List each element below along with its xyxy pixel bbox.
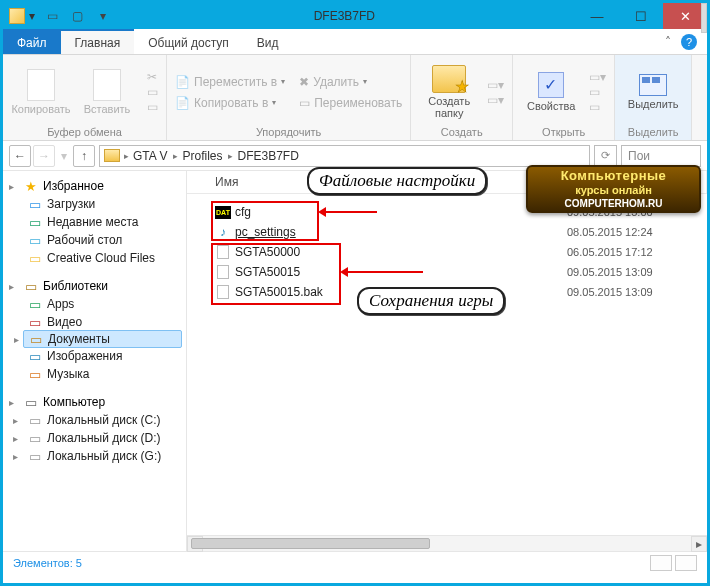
tab-file[interactable]: Файл bbox=[3, 29, 61, 54]
scroll-right-button[interactable]: ▸ bbox=[691, 536, 707, 552]
file-icon bbox=[215, 284, 231, 300]
newitem-icon[interactable]: ▭▾ bbox=[487, 78, 504, 92]
horizontal-scrollbar[interactable]: ◂ ▸ bbox=[187, 535, 707, 551]
select-icon bbox=[639, 74, 667, 96]
paste-label: Вставить bbox=[84, 103, 131, 115]
qat-chevron-icon[interactable]: ▾ bbox=[29, 9, 35, 23]
tree-item-drive-c[interactable]: ▸▭Локальный диск (C:) bbox=[3, 411, 186, 429]
window-title: DFE3B7FD bbox=[114, 9, 575, 23]
ribbon-group-clipboard: Копировать Вставить ✂ ▭ ▭ Буфер обмена bbox=[3, 55, 167, 140]
select-button[interactable]: Выделить bbox=[623, 74, 683, 110]
file-list[interactable]: Имя Дата изменения DATcfg 09.05.2015 13:… bbox=[187, 171, 707, 551]
minimize-button[interactable]: — bbox=[575, 3, 619, 29]
delete-button[interactable]: ✖Удалить▾ bbox=[299, 72, 402, 92]
back-button[interactable]: ← bbox=[9, 145, 31, 167]
properties-button[interactable]: Свойства bbox=[521, 72, 581, 112]
moveto-label: Переместить в bbox=[194, 75, 277, 89]
file-row[interactable]: SGTA50000 06.05.2015 17:12 bbox=[187, 242, 707, 262]
ribbon-group-select: Выделить Выделить bbox=[615, 55, 692, 140]
file-name: SGTA50000 bbox=[235, 245, 300, 259]
maximize-button[interactable]: ☐ bbox=[619, 3, 663, 29]
copy-icon bbox=[27, 69, 55, 101]
tree-section-computer[interactable]: ▸▭Компьютер bbox=[3, 393, 186, 411]
qat-properties-icon[interactable]: ▭ bbox=[41, 9, 63, 23]
tree-item-recent[interactable]: ▭Недавние места bbox=[3, 213, 186, 231]
copyto-button[interactable]: 📄Копировать в▾ bbox=[175, 93, 285, 113]
crumb-0[interactable]: GTA V▸ bbox=[133, 149, 178, 163]
tree-item-apps[interactable]: ▭Apps bbox=[3, 295, 186, 313]
watermark-line2: курсы онлайн bbox=[530, 183, 697, 197]
tab-main[interactable]: Главная bbox=[61, 29, 135, 54]
history-icon[interactable]: ▭ bbox=[589, 100, 606, 114]
documents-icon: ▭ bbox=[28, 332, 44, 346]
breadcrumbs[interactable]: ▸ GTA V▸ Profiles▸ DFE3B7FD bbox=[99, 145, 590, 167]
tree-section-favorites[interactable]: ▸★Избранное bbox=[3, 177, 186, 195]
easyaccess-icon[interactable]: ▭▾ bbox=[487, 93, 504, 107]
tab-view[interactable]: Вид bbox=[243, 29, 293, 54]
ribbon-tabs: Файл Главная Общий доступ Вид ˄ ? bbox=[3, 29, 707, 55]
new-folder-label: Создать папку bbox=[428, 95, 470, 119]
properties-label: Свойства bbox=[527, 100, 575, 112]
file-date: 08.05.2015 12:24 bbox=[567, 226, 707, 238]
crumb-1[interactable]: Profiles▸ bbox=[182, 149, 233, 163]
file-row[interactable]: SGTA50015 09.05.2015 13:09 bbox=[187, 262, 707, 282]
qat-dropdown-icon[interactable]: ▾ bbox=[92, 9, 114, 23]
tree-item-video[interactable]: ▭Видео bbox=[3, 313, 186, 331]
search-input[interactable]: Пои bbox=[621, 145, 701, 167]
view-large-button[interactable] bbox=[675, 555, 697, 571]
copy-button[interactable]: Копировать bbox=[11, 69, 71, 115]
group-title-open: Открыть bbox=[521, 125, 606, 138]
annotation-callout-settings: Файловые настройки bbox=[307, 167, 487, 195]
edit-icon[interactable]: ▭ bbox=[589, 85, 606, 99]
apps-icon: ▭ bbox=[27, 297, 43, 311]
tree-item-music[interactable]: ▭Музыка bbox=[3, 365, 186, 383]
tree-item-documents[interactable]: ▸▭Документы bbox=[23, 330, 182, 348]
file-name: pc_settings bbox=[235, 225, 296, 239]
tree-item-drive-d[interactable]: ▸▭Локальный диск (D:) bbox=[3, 429, 186, 447]
file-date: 09.05.2015 13:09 bbox=[567, 286, 707, 298]
navigation-tree[interactable]: ▸★Избранное ▭Загрузки ▭Недавние места ▭Р… bbox=[3, 171, 187, 551]
delete-icon: ✖ bbox=[299, 75, 309, 89]
copy-label: Копировать bbox=[11, 103, 70, 115]
forward-button[interactable]: → bbox=[33, 145, 55, 167]
hdd-icon: ▭ bbox=[27, 449, 43, 463]
group-title-organize: Упорядочить bbox=[175, 125, 402, 138]
qat-newfolder-icon[interactable]: ▢ bbox=[66, 9, 88, 23]
pasteshortcut-icon[interactable]: ▭ bbox=[147, 100, 158, 114]
moveto-button[interactable]: 📄Переместить в▾ bbox=[175, 72, 285, 92]
open-icon[interactable]: ▭▾ bbox=[589, 70, 606, 84]
paste-button[interactable]: Вставить bbox=[77, 69, 137, 115]
collapse-ribbon-icon[interactable]: ˄ bbox=[665, 35, 671, 49]
video-icon: ▭ bbox=[27, 315, 43, 329]
scroll-thumb[interactable] bbox=[191, 538, 430, 549]
file-row[interactable]: ♪pc_settings 08.05.2015 12:24 bbox=[187, 222, 707, 242]
rename-label: Переименовать bbox=[314, 96, 402, 110]
folder-icon: ▭ bbox=[27, 251, 43, 265]
file-icon bbox=[215, 244, 231, 260]
view-details-button[interactable] bbox=[650, 555, 672, 571]
group-title-select: Выделить bbox=[623, 125, 683, 138]
tree-item-desktop[interactable]: ▭Рабочий стол bbox=[3, 231, 186, 249]
libraries-icon: ▭ bbox=[23, 279, 39, 293]
refresh-button[interactable]: ⟳ bbox=[594, 145, 617, 167]
copypath-icon[interactable]: ▭ bbox=[147, 85, 158, 99]
ribbon-group-open: Свойства ▭▾ ▭ ▭ Открыть bbox=[513, 55, 615, 140]
cut-icon[interactable]: ✂ bbox=[147, 70, 158, 84]
new-folder-button[interactable]: Создать папку bbox=[419, 65, 479, 119]
help-icon[interactable]: ? bbox=[681, 34, 697, 50]
tree-item-drive-g[interactable]: ▸▭Локальный диск (G:) bbox=[3, 447, 186, 465]
watermark-badge: Компьютерные курсы онлайн COMPUTERHOM.RU bbox=[526, 165, 701, 213]
history-dropdown[interactable]: ▾ bbox=[57, 145, 71, 167]
file-name: SGTA50015.bak bbox=[235, 285, 323, 299]
up-button[interactable]: ↑ bbox=[73, 145, 95, 167]
tree-item-downloads[interactable]: ▭Загрузки bbox=[3, 195, 186, 213]
ribbon: Копировать Вставить ✂ ▭ ▭ Буфер обмена 📄… bbox=[3, 55, 707, 141]
tree-section-libraries[interactable]: ▸▭Библиотеки bbox=[3, 277, 186, 295]
rename-button[interactable]: ▭Переименовать bbox=[299, 93, 402, 113]
file-name: SGTA50015 bbox=[235, 265, 300, 279]
tree-item-images[interactable]: ▭Изображения bbox=[3, 347, 186, 365]
pane-splitter[interactable] bbox=[186, 3, 190, 567]
crumb-2[interactable]: DFE3B7FD bbox=[237, 149, 298, 163]
file-date: 09.05.2015 13:09 bbox=[567, 266, 707, 278]
tree-item-creativecloud[interactable]: ▭Creative Cloud Files bbox=[3, 249, 186, 267]
